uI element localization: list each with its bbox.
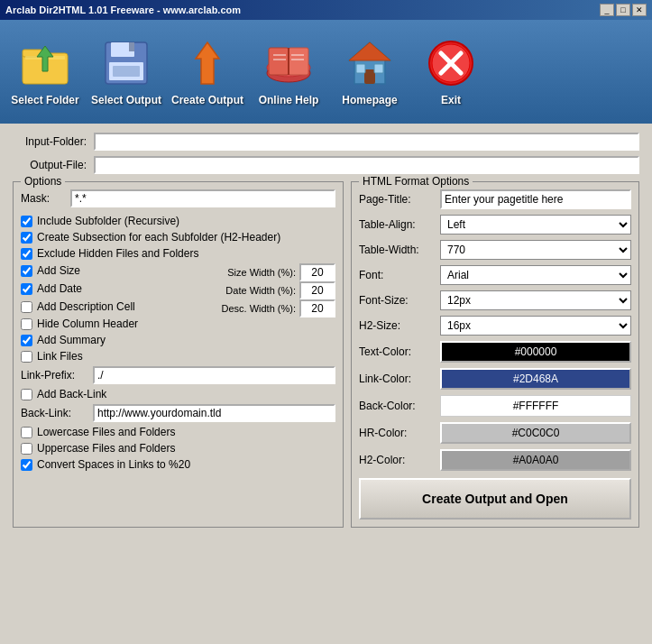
include-subfolder-checkbox[interactable]: [21, 216, 32, 227]
link-color-row: Link-Color: #2D468A: [359, 368, 631, 390]
link-files-checkbox[interactable]: [21, 351, 32, 363]
hide-column-row: Hide Column Header: [21, 317, 335, 330]
add-description-label: Add Description Cell: [37, 300, 135, 313]
toolbar-item-homepage[interactable]: Homepage: [334, 38, 406, 106]
toolbar-item-online-help[interactable]: Online Help: [253, 38, 325, 106]
link-prefix-row: Link-Prefix:: [21, 366, 335, 384]
online-help-label: Online Help: [259, 94, 319, 106]
desc-width-input[interactable]: [299, 299, 335, 317]
svg-rect-23: [374, 64, 383, 73]
lowercase-label: Lowercase Files and Folders: [37, 426, 175, 438]
add-size-check: Add Size: [21, 264, 227, 277]
font-select[interactable]: Arial Verdana Times New Roman Courier Ne…: [440, 265, 631, 285]
exit-label: Exit: [441, 94, 461, 106]
text-color-row: Text-Color: #000000: [359, 341, 631, 363]
toolbar-item-create-output[interactable]: Create Output: [171, 38, 243, 106]
size-width-part: Size Width (%):: [227, 263, 335, 281]
add-summary-checkbox[interactable]: [21, 335, 32, 346]
add-back-link-checkbox[interactable]: [21, 389, 32, 400]
uppercase-checkbox[interactable]: [21, 443, 32, 455]
options-panel: Options Mask: Include Subfolder (Recursi…: [13, 181, 344, 528]
h2-size-label: H2-Size:: [359, 319, 440, 332]
toolbar-item-select-output[interactable]: Select Output: [90, 38, 162, 106]
exclude-hidden-label: Exclude Hidden Files and Folders: [37, 247, 198, 260]
svg-marker-9: [196, 42, 219, 84]
convert-spaces-checkbox[interactable]: [21, 459, 32, 471]
mask-input[interactable]: [70, 189, 335, 207]
link-files-label: Link Files: [37, 350, 83, 363]
page-title-input[interactable]: [440, 189, 631, 209]
h2-color-value: #A0A0A0: [513, 454, 559, 466]
back-link-input[interactable]: [93, 404, 335, 422]
add-size-row: Add Size Size Width (%):: [21, 263, 335, 281]
toolbar: Select Folder Select Output Create Outpu…: [0, 20, 652, 124]
h2-color-button[interactable]: #A0A0A0: [440, 449, 631, 471]
save-icon: [101, 38, 152, 88]
back-color-value: #FFFFFF: [513, 400, 559, 412]
desc-width-part: Desc. Width (%):: [221, 299, 335, 317]
home-icon: [344, 38, 395, 88]
close-button[interactable]: ✕: [632, 4, 647, 16]
svg-rect-8: [113, 66, 140, 77]
toolbar-item-exit[interactable]: Exit: [415, 38, 487, 106]
text-color-label: Text-Color:: [359, 345, 440, 358]
date-width-part: Date Width (%):: [225, 281, 335, 299]
svg-rect-6: [129, 42, 134, 51]
title-bar: Arclab Dir2HTML 1.01 Freeware - www.arcl…: [0, 0, 652, 20]
back-color-label: Back-Color:: [359, 400, 440, 412]
hr-color-button[interactable]: #C0C0C0: [440, 422, 631, 444]
add-back-link-row: Add Back-Link: [21, 388, 335, 400]
exclude-hidden-checkbox[interactable]: [21, 248, 32, 260]
table-align-select[interactable]: Left Center Right: [440, 215, 631, 235]
text-color-button[interactable]: #000000: [440, 341, 631, 363]
back-link-row: Back-Link:: [21, 404, 335, 422]
date-width-input[interactable]: [299, 281, 335, 299]
table-align-label: Table-Align:: [359, 218, 440, 231]
link-color-button[interactable]: #2D468A: [440, 368, 631, 390]
h2-color-row: H2-Color: #A0A0A0: [359, 449, 631, 471]
size-width-label: Size Width (%):: [227, 267, 296, 278]
table-width-select[interactable]: 770 800 1024 100%: [440, 240, 631, 260]
maximize-button[interactable]: □: [616, 4, 630, 16]
input-folder-field[interactable]: [94, 133, 639, 151]
size-width-input[interactable]: [299, 263, 335, 281]
select-output-label: Select Output: [91, 94, 161, 106]
create-output-open-button[interactable]: Create Output and Open: [359, 478, 631, 520]
svg-rect-22: [356, 64, 365, 73]
exclude-hidden-row: Exclude Hidden Files and Folders: [21, 247, 335, 260]
create-subsection-checkbox[interactable]: [21, 232, 32, 244]
add-date-checkbox[interactable]: [21, 283, 32, 295]
main-content: Input-Folder: Output-File: Options Mask:…: [0, 124, 652, 537]
uppercase-row: Uppercase Files and Folders: [21, 442, 335, 455]
back-color-button[interactable]: #FFFFFF: [440, 395, 631, 417]
html-format-panel: HTML Format Options Page-Title: Table-Al…: [351, 181, 639, 528]
select-folder-label: Select Folder: [11, 94, 78, 106]
lowercase-checkbox[interactable]: [21, 427, 32, 438]
font-size-select[interactable]: 10px 11px 12px 14px 16px: [440, 290, 631, 310]
options-title: Options: [21, 175, 65, 188]
h2-size-row: H2-Size: 12px 14px 16px 18px 20px: [359, 316, 631, 336]
convert-spaces-row: Convert Spaces in Links to %20: [21, 458, 335, 471]
h2-color-label: H2-Color:: [359, 454, 440, 466]
create-subsection-label: Create Subsection for each Subfolder (H2…: [37, 231, 280, 244]
toolbar-item-select-folder[interactable]: Select Folder: [9, 38, 81, 106]
add-description-checkbox[interactable]: [21, 301, 32, 313]
add-back-link-label: Add Back-Link: [37, 388, 106, 400]
exit-icon: [426, 38, 476, 88]
mask-row: Mask:: [21, 189, 335, 207]
font-label: Font:: [359, 269, 440, 281]
back-link-label: Back-Link:: [21, 407, 93, 419]
output-file-row: Output-File:: [13, 156, 639, 174]
include-subfolder-label: Include Subfolder (Recursive): [37, 215, 179, 227]
link-prefix-input[interactable]: [93, 366, 335, 384]
add-summary-label: Add Summary: [37, 334, 106, 346]
svg-rect-13: [289, 48, 308, 75]
create-subsection-row: Create Subsection for each Subfolder (H2…: [21, 231, 335, 244]
hide-column-checkbox[interactable]: [21, 318, 32, 330]
table-width-label: Table-Width:: [359, 244, 440, 256]
minimize-button[interactable]: _: [600, 4, 614, 16]
h2-size-select[interactable]: 12px 14px 16px 18px 20px: [440, 316, 631, 336]
output-file-label: Output-File:: [13, 159, 94, 171]
add-size-checkbox[interactable]: [21, 265, 32, 277]
output-file-field[interactable]: [94, 156, 639, 174]
